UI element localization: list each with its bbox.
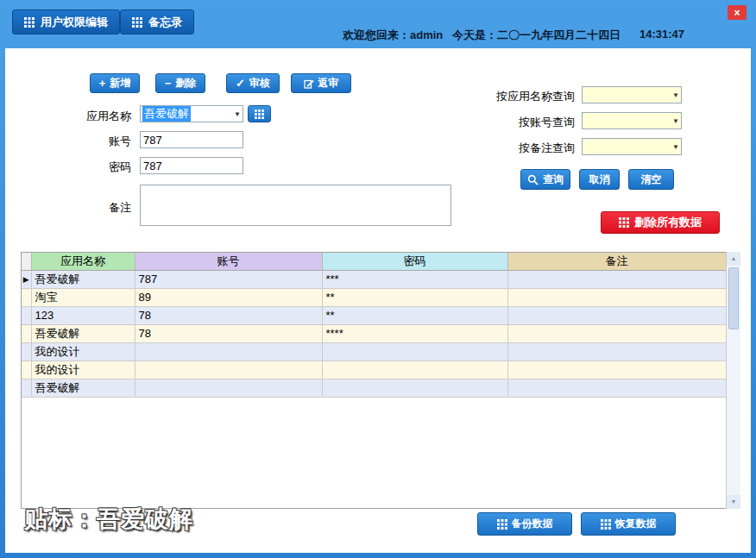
scroll-up-icon[interactable]: ▲ [727, 252, 740, 266]
backup-data-button[interactable]: 备份数据 [477, 512, 572, 536]
table-cell[interactable]: 我的设计 [31, 361, 135, 379]
table-row[interactable]: 吾爱破解 [22, 379, 726, 397]
app-name-picker-button[interactable] [248, 105, 271, 122]
chevron-down-icon: ▼ [672, 117, 679, 125]
scrollbar-thumb[interactable] [728, 267, 739, 329]
table-cell[interactable]: ** [322, 288, 507, 306]
table-cell[interactable] [507, 361, 726, 379]
query-button[interactable]: 查询 [520, 169, 570, 190]
table-cell[interactable]: 123 [31, 306, 135, 324]
tab-memo[interactable]: 备忘录 [120, 9, 194, 34]
search-icon [527, 174, 539, 185]
row-selector[interactable] [22, 361, 31, 379]
clear-button-label: 清空 [641, 172, 662, 187]
grid-icon [24, 17, 35, 28]
table-cell[interactable] [322, 361, 507, 379]
header-account[interactable]: 账号 [135, 253, 322, 270]
table-cell[interactable]: 我的设计 [31, 342, 135, 361]
table-cell[interactable]: **** [322, 324, 507, 342]
chevron-down-icon: ▼ [672, 91, 679, 99]
vertical-scrollbar[interactable]: ▲ ▼ [726, 252, 740, 509]
app-name-selected-value: 吾爱破解 [142, 106, 191, 122]
table-row[interactable]: 我的设计 [22, 342, 726, 361]
restore-data-button[interactable]: 恢复数据 [581, 512, 676, 536]
password-label: 密码 [54, 160, 131, 175]
table-cell[interactable] [135, 361, 322, 379]
plus-icon: + [99, 78, 106, 89]
time-text: 14:31:47 [639, 28, 684, 41]
table-cell[interactable]: 吾爱破解 [31, 379, 135, 397]
tab-label: 备忘录 [148, 15, 182, 30]
table-cell[interactable]: 吾爱破解 [31, 324, 135, 342]
table-row[interactable]: ▶吾爱破解787*** [22, 270, 726, 288]
add-button[interactable]: + 新增 [90, 73, 140, 93]
table-cell[interactable]: 89 [135, 288, 322, 306]
return-audit-button[interactable]: 返审 [291, 73, 351, 93]
account-input[interactable] [140, 131, 243, 148]
header-password[interactable]: 密码 [322, 253, 507, 270]
delete-all-data-button[interactable]: 删除所有数据 [601, 211, 720, 234]
password-input[interactable] [140, 157, 243, 174]
app-name-combobox[interactable]: 吾爱破解 ▼ [140, 105, 243, 122]
restore-data-label: 恢复数据 [615, 517, 657, 531]
audit-button[interactable]: ✓ 审核 [226, 73, 280, 93]
account-label: 账号 [54, 134, 131, 149]
return-audit-button-label: 返审 [318, 76, 339, 91]
cancel-button-label: 取消 [589, 172, 610, 187]
remark-textarea[interactable] [140, 185, 451, 226]
close-button[interactable]: × [728, 5, 747, 20]
row-selector[interactable]: ▶ [22, 270, 31, 288]
table-cell[interactable]: ** [322, 306, 507, 324]
minus-icon: − [165, 78, 172, 89]
table-cell[interactable] [507, 270, 726, 288]
row-selector[interactable] [22, 288, 31, 306]
table-cell[interactable] [507, 288, 726, 306]
query-by-account-combobox[interactable]: ▼ [582, 112, 682, 129]
grid-icon [619, 217, 629, 228]
cancel-button[interactable]: 取消 [579, 169, 620, 190]
row-selector[interactable] [22, 379, 31, 397]
table-cell[interactable]: 78 [135, 306, 322, 324]
table-cell[interactable] [322, 342, 507, 361]
watermark-text: 贴标：吾爱破解 [24, 504, 193, 535]
delete-button[interactable]: − 删除 [155, 73, 205, 93]
clear-button[interactable]: 清空 [628, 169, 674, 190]
remark-label: 备注 [54, 200, 131, 216]
row-selector[interactable] [22, 306, 31, 324]
row-selector[interactable] [22, 324, 31, 342]
query-by-remark-combobox[interactable]: ▼ [582, 138, 682, 155]
table-row[interactable]: 吾爱破解78**** [22, 324, 726, 342]
table-cell[interactable]: 淘宝 [31, 288, 135, 306]
query-by-app-label: 按应用名称查询 [437, 89, 575, 104]
row-selector[interactable] [22, 342, 31, 361]
app-name-label: 应用名称 [54, 109, 131, 124]
header-app-name[interactable]: 应用名称 [31, 253, 135, 270]
table-cell[interactable]: 吾爱破解 [31, 270, 135, 288]
tab-user-permission-edit[interactable]: 用户权限编辑 [12, 9, 120, 34]
table-row[interactable]: 淘宝89** [22, 288, 726, 306]
table-cell[interactable] [322, 379, 507, 397]
table-cell[interactable]: 78 [135, 324, 322, 342]
table-cell[interactable]: *** [322, 270, 507, 288]
table-cell[interactable] [135, 379, 322, 397]
query-button-label: 查询 [543, 172, 564, 187]
scroll-down-icon[interactable]: ▼ [727, 495, 740, 509]
table-row[interactable]: 12378** [22, 306, 726, 324]
delete-all-data-label: 删除所有数据 [634, 215, 702, 230]
delete-button-label: 删除 [175, 76, 196, 91]
data-grid: 应用名称 账号 密码 备注 ▶吾爱破解787***淘宝89**12378**吾爱… [21, 252, 740, 509]
table-row[interactable]: 我的设计 [22, 361, 726, 379]
table-cell[interactable]: 787 [135, 270, 322, 288]
query-by-account-label: 按账号查询 [437, 115, 575, 130]
grid-icon [255, 110, 264, 119]
table-cell[interactable] [507, 379, 726, 397]
table-cell[interactable] [507, 324, 726, 342]
table-cell[interactable] [507, 306, 726, 324]
grid-icon [132, 17, 142, 28]
query-by-app-combobox[interactable]: ▼ [582, 86, 682, 103]
header-remark[interactable]: 备注 [507, 253, 726, 270]
table-cell[interactable] [507, 342, 726, 361]
backup-data-label: 备份数据 [512, 517, 553, 531]
table-header-row: 应用名称 账号 密码 备注 [22, 253, 726, 270]
table-cell[interactable] [135, 342, 322, 361]
